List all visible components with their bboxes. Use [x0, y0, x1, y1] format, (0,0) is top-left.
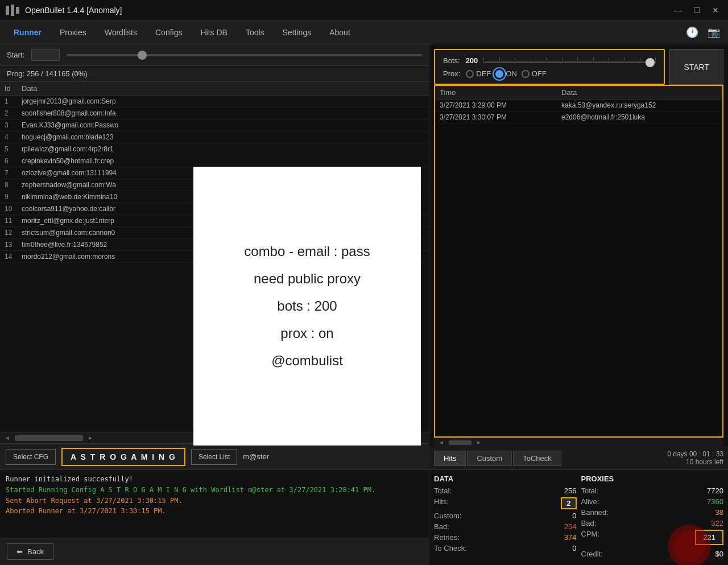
scroll-thumb[interactable]: [15, 435, 83, 441]
menu-tools[interactable]: Tools: [238, 24, 272, 40]
close-btn[interactable]: ✕: [709, 5, 722, 16]
hits-table-container: Time Data 3/27/2021 3:29:00 PMkaka.53@ya…: [434, 85, 723, 438]
row-data: soonfisher808@gmail.com:Infa: [17, 108, 429, 119]
row-id: 4: [0, 131, 17, 143]
hit-data: kaka.53@yandex.ru:seryga152: [557, 100, 722, 112]
proxy-cpm-label: CPM:: [581, 530, 600, 547]
tab-hits[interactable]: Hits: [434, 451, 466, 466]
tab-custom[interactable]: Custom: [467, 451, 512, 466]
proxy-bad-label: Bad:: [581, 519, 597, 527]
row-data: Evan.KJ33@gmail.com:Passwo: [17, 119, 429, 131]
overlay-line1: combo - email : pass: [244, 244, 370, 259]
back-button[interactable]: ⬅ Back: [7, 543, 53, 560]
prox-on-radio[interactable]: [495, 70, 503, 78]
bottom-bar: Select CFG A S T R O G A M I N G Select …: [0, 443, 429, 469]
prox-off-radio[interactable]: [522, 70, 530, 78]
progress-slider[interactable]: [67, 50, 422, 61]
row-data: crepinkevin50@hotmail.fr:crep: [17, 155, 429, 167]
app-logo: [6, 5, 19, 16]
history-icon[interactable]: 🕐: [684, 24, 701, 41]
bots-value: 200: [466, 56, 478, 65]
row-data: jorgejmr2013@gmail.com:Serp: [17, 96, 429, 108]
hits-scroll-left[interactable]: ◄: [436, 439, 446, 446]
log-line: Sent Abort Request at 3/27/2021 3:30:15 …: [6, 496, 423, 506]
row-id: 3: [0, 119, 17, 131]
titlebar: OpenBullet 1.4.4 [Anomaly] — ☐ ✕: [0, 0, 728, 20]
menu-runner[interactable]: Runner: [6, 24, 49, 40]
proxy-credit-label: Credit:: [581, 550, 603, 558]
bots-controls: Bots: 200: [434, 49, 665, 85]
proxy-banned-label: Banned:: [581, 508, 609, 517]
row-id: 10: [0, 203, 17, 215]
row-id: 9: [0, 191, 17, 203]
table-row: 5rpilewicz@gmail.com:4rp2r8r1: [0, 143, 429, 155]
menu-proxies[interactable]: Proxies: [52, 24, 94, 40]
stat-tocheck-row: To Check: 0: [434, 544, 577, 552]
stats-proxies-title: PROXIES: [581, 475, 724, 483]
start-label: Start:: [7, 51, 24, 59]
start-button[interactable]: START: [669, 49, 723, 85]
svg-rect-0: [6, 6, 9, 15]
overlay-line4: prox : on: [280, 325, 333, 341]
menu-settings[interactable]: Settings: [275, 24, 320, 40]
left-panel: Start: 257 Prog: 256 / 141165 (0%) Id: [0, 44, 429, 565]
stat-retries-value: 374: [564, 533, 577, 542]
info-overlay: combo - email : pass need public proxy b…: [193, 167, 421, 446]
hits-row: 3/27/2021 3:29:00 PMkaka.53@yandex.ru:se…: [435, 100, 722, 112]
hit-data: e2d06@hotmail.fr:2501luka: [557, 112, 722, 123]
hits-col-data: Data: [557, 86, 722, 100]
menu-hitsdb[interactable]: Hits DB: [192, 24, 235, 40]
stat-retries-label: Retries:: [434, 533, 460, 542]
stat-bad-label: Bad:: [434, 522, 449, 531]
prox-def-option[interactable]: DEF: [466, 69, 491, 78]
timer-info: 0 days 00 : 01 : 33 10 hours left: [667, 450, 723, 466]
select-cfg-button[interactable]: Select CFG: [6, 449, 56, 465]
stat-total-row: Total: 256: [434, 486, 577, 495]
stat-bad-row: Bad: 254: [434, 522, 577, 531]
controls-row: Start: 257: [0, 44, 429, 66]
menu-wordlists[interactable]: Wordlists: [97, 24, 145, 40]
scroll-right-arrow[interactable]: ►: [85, 435, 96, 441]
prox-label: Prox:: [443, 69, 460, 78]
prox-on-option[interactable]: ON: [495, 69, 517, 78]
proxy-total-row: Total: 7720: [581, 486, 724, 495]
stat-retries-row: Retries: 374: [434, 533, 577, 542]
start-input[interactable]: 257: [31, 49, 60, 61]
back-arrow-icon: ⬅: [16, 547, 23, 556]
stats-panel: DATA Total: 256 Hits: 2 Custom: 0 Bad: 2…: [429, 469, 728, 565]
maximize-btn[interactable]: ☐: [690, 5, 704, 16]
stat-custom-row: Custom: 0: [434, 512, 577, 520]
back-area: ⬅ Back: [0, 538, 429, 565]
row-id: 11: [0, 215, 17, 227]
hit-time: 3/27/2021 3:29:00 PM: [435, 100, 557, 112]
table-row: 4hoguecj@gmail.com:blade123: [0, 131, 429, 143]
tab-tocheck[interactable]: ToCheck: [513, 451, 561, 466]
hits-table: Time Data 3/27/2021 3:29:00 PMkaka.53@ya…: [435, 86, 722, 123]
bots-label: Bots:: [443, 56, 460, 65]
app-title: OpenBullet 1.4.4 [Anomaly]: [25, 6, 671, 15]
log-line: Started Running Config A S T R O G A M I…: [6, 485, 423, 495]
svg-text:gr.un.ru .......: gr.un.ru .......: [667, 556, 716, 562]
menu-configs[interactable]: Configs: [147, 24, 190, 40]
menu-about[interactable]: About: [321, 24, 358, 40]
prox-def-radio[interactable]: [466, 70, 474, 78]
row-data: hoguecj@gmail.com:blade123: [17, 131, 429, 143]
minimize-btn[interactable]: —: [671, 5, 685, 16]
hits-scroll-thumb[interactable]: [449, 440, 471, 445]
log-line: Runner initialized succesfully!: [6, 475, 423, 484]
row-id: 12: [0, 227, 17, 239]
stat-total-label: Total:: [434, 486, 452, 495]
camera-icon[interactable]: 📷: [705, 24, 722, 41]
scroll-left-arrow[interactable]: ◄: [2, 435, 13, 441]
bots-slider-track: [483, 61, 656, 63]
stat-hits-label: Hits:: [434, 497, 449, 509]
proxy-alive-label: Alive:: [581, 497, 599, 506]
select-list-button[interactable]: Select List: [191, 449, 237, 465]
prox-on-label: ON: [506, 69, 517, 78]
tabs-row: Hits Custom ToCheck 0 days 00 : 01 : 33 …: [429, 447, 728, 469]
prox-radio-group: DEF ON OFF: [466, 69, 547, 78]
hits-scroll-right[interactable]: ►: [474, 439, 484, 446]
svg-rect-2: [16, 7, 19, 14]
bots-slider[interactable]: [483, 56, 656, 65]
prox-off-option[interactable]: OFF: [522, 69, 547, 78]
